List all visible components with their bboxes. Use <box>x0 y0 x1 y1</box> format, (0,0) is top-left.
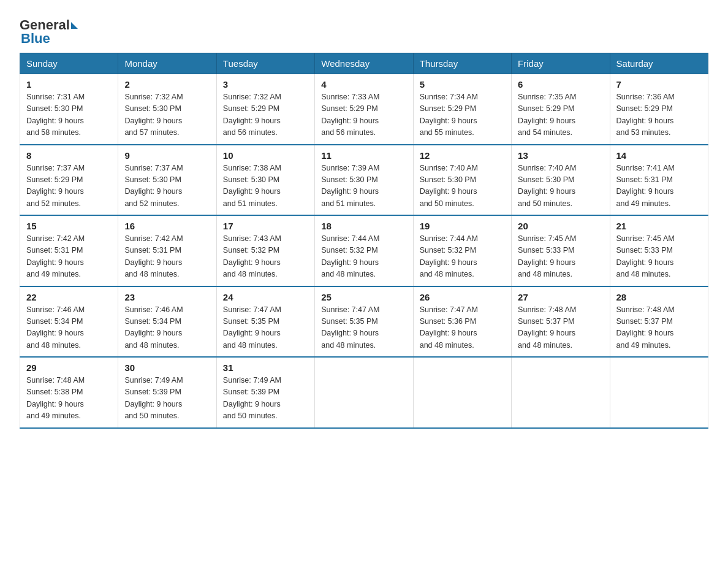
day-info: Sunrise: 7:42 AMSunset: 5:31 PMDaylight:… <box>26 234 85 278</box>
day-number: 29 <box>26 362 112 373</box>
calendar-cell: 27 Sunrise: 7:48 AMSunset: 5:37 PMDaylig… <box>512 286 610 358</box>
weekday-header-thursday: Thursday <box>413 53 511 74</box>
calendar-cell: 30 Sunrise: 7:49 AMSunset: 5:39 PMDaylig… <box>118 357 216 428</box>
day-info: Sunrise: 7:47 AMSunset: 5:35 PMDaylight:… <box>321 305 379 350</box>
day-number: 26 <box>420 292 505 302</box>
calendar-cell: 26 Sunrise: 7:47 AMSunset: 5:36 PMDaylig… <box>413 286 511 358</box>
day-info: Sunrise: 7:34 AMSunset: 5:29 PMDaylight:… <box>420 93 478 137</box>
weekday-header-row: SundayMondayTuesdayWednesdayThursdayFrid… <box>20 53 708 74</box>
day-info: Sunrise: 7:38 AMSunset: 5:30 PMDaylight:… <box>223 164 281 208</box>
day-number: 17 <box>223 221 308 231</box>
calendar-week-1: 1 Sunrise: 7:31 AMSunset: 5:30 PMDayligh… <box>20 74 708 145</box>
logo: General Blue <box>20 15 79 47</box>
day-info: Sunrise: 7:32 AMSunset: 5:29 PMDaylight:… <box>223 93 281 137</box>
day-number: 15 <box>26 221 112 231</box>
calendar-week-2: 8 Sunrise: 7:37 AMSunset: 5:29 PMDayligh… <box>20 145 708 216</box>
day-number: 21 <box>616 221 702 231</box>
calendar-cell: 4 Sunrise: 7:33 AMSunset: 5:29 PMDayligh… <box>315 74 413 145</box>
calendar-cell: 18 Sunrise: 7:44 AMSunset: 5:32 PMDaylig… <box>315 215 413 286</box>
calendar-cell: 31 Sunrise: 7:49 AMSunset: 5:39 PMDaylig… <box>216 357 314 428</box>
day-info: Sunrise: 7:35 AMSunset: 5:29 PMDaylight:… <box>518 93 576 137</box>
calendar-cell: 11 Sunrise: 7:39 AMSunset: 5:30 PMDaylig… <box>315 145 413 216</box>
calendar-cell: 21 Sunrise: 7:45 AMSunset: 5:33 PMDaylig… <box>610 215 708 286</box>
day-number: 7 <box>616 79 702 90</box>
calendar-cell: 14 Sunrise: 7:41 AMSunset: 5:31 PMDaylig… <box>610 145 708 216</box>
calendar-cell <box>413 357 511 428</box>
day-info: Sunrise: 7:42 AMSunset: 5:31 PMDaylight:… <box>124 234 183 278</box>
day-number: 25 <box>321 292 406 302</box>
day-info: Sunrise: 7:47 AMSunset: 5:36 PMDaylight:… <box>420 305 478 350</box>
calendar-cell: 16 Sunrise: 7:42 AMSunset: 5:31 PMDaylig… <box>118 215 216 286</box>
day-info: Sunrise: 7:41 AMSunset: 5:31 PMDaylight:… <box>616 164 675 208</box>
day-info: Sunrise: 7:45 AMSunset: 5:33 PMDaylight:… <box>518 234 576 278</box>
day-info: Sunrise: 7:48 AMSunset: 5:37 PMDaylight:… <box>518 305 576 350</box>
calendar-cell: 29 Sunrise: 7:48 AMSunset: 5:38 PMDaylig… <box>20 357 118 428</box>
calendar-cell: 6 Sunrise: 7:35 AMSunset: 5:29 PMDayligh… <box>512 74 610 145</box>
day-info: Sunrise: 7:37 AMSunset: 5:29 PMDaylight:… <box>26 164 85 208</box>
calendar-cell: 19 Sunrise: 7:44 AMSunset: 5:32 PMDaylig… <box>413 215 511 286</box>
day-number: 6 <box>518 79 603 90</box>
calendar-cell: 23 Sunrise: 7:46 AMSunset: 5:34 PMDaylig… <box>118 286 216 358</box>
weekday-header-sunday: Sunday <box>20 53 118 74</box>
day-info: Sunrise: 7:49 AMSunset: 5:39 PMDaylight:… <box>124 376 183 420</box>
day-info: Sunrise: 7:31 AMSunset: 5:30 PMDaylight:… <box>26 93 85 137</box>
day-info: Sunrise: 7:44 AMSunset: 5:32 PMDaylight:… <box>321 234 379 278</box>
calendar-cell: 10 Sunrise: 7:38 AMSunset: 5:30 PMDaylig… <box>216 145 314 216</box>
day-number: 10 <box>223 150 308 161</box>
weekday-header-tuesday: Tuesday <box>216 53 314 74</box>
day-number: 27 <box>518 292 603 302</box>
day-info: Sunrise: 7:40 AMSunset: 5:30 PMDaylight:… <box>420 164 478 208</box>
day-info: Sunrise: 7:43 AMSunset: 5:32 PMDaylight:… <box>223 234 281 278</box>
calendar-cell: 20 Sunrise: 7:45 AMSunset: 5:33 PMDaylig… <box>512 215 610 286</box>
calendar-cell: 5 Sunrise: 7:34 AMSunset: 5:29 PMDayligh… <box>413 74 511 145</box>
calendar-cell: 13 Sunrise: 7:40 AMSunset: 5:30 PMDaylig… <box>512 145 610 216</box>
calendar-table: SundayMondayTuesdayWednesdayThursdayFrid… <box>20 53 708 429</box>
day-info: Sunrise: 7:44 AMSunset: 5:32 PMDaylight:… <box>420 234 478 278</box>
calendar-cell: 7 Sunrise: 7:36 AMSunset: 5:29 PMDayligh… <box>610 74 708 145</box>
day-info: Sunrise: 7:46 AMSunset: 5:34 PMDaylight:… <box>124 305 183 350</box>
calendar-cell: 3 Sunrise: 7:32 AMSunset: 5:29 PMDayligh… <box>216 74 314 145</box>
day-info: Sunrise: 7:32 AMSunset: 5:30 PMDaylight:… <box>124 93 183 137</box>
day-number: 23 <box>124 292 210 302</box>
calendar-cell: 22 Sunrise: 7:46 AMSunset: 5:34 PMDaylig… <box>20 286 118 358</box>
weekday-header-monday: Monday <box>118 53 216 74</box>
weekday-header-friday: Friday <box>512 53 610 74</box>
logo-blue-text: Blue <box>20 31 50 47</box>
calendar-cell: 15 Sunrise: 7:42 AMSunset: 5:31 PMDaylig… <box>20 215 118 286</box>
day-number: 30 <box>124 362 210 373</box>
day-info: Sunrise: 7:40 AMSunset: 5:30 PMDaylight:… <box>518 164 576 208</box>
day-number: 8 <box>26 150 112 161</box>
day-info: Sunrise: 7:45 AMSunset: 5:33 PMDaylight:… <box>616 234 675 278</box>
calendar-cell: 9 Sunrise: 7:37 AMSunset: 5:30 PMDayligh… <box>118 145 216 216</box>
day-info: Sunrise: 7:39 AMSunset: 5:30 PMDaylight:… <box>321 164 379 208</box>
day-number: 28 <box>616 292 702 302</box>
calendar-cell: 2 Sunrise: 7:32 AMSunset: 5:30 PMDayligh… <box>118 74 216 145</box>
calendar-cell: 12 Sunrise: 7:40 AMSunset: 5:30 PMDaylig… <box>413 145 511 216</box>
calendar-cell: 8 Sunrise: 7:37 AMSunset: 5:29 PMDayligh… <box>20 145 118 216</box>
day-number: 20 <box>518 221 603 231</box>
day-number: 16 <box>124 221 210 231</box>
day-info: Sunrise: 7:46 AMSunset: 5:34 PMDaylight:… <box>26 305 85 350</box>
calendar-cell <box>512 357 610 428</box>
day-number: 31 <box>223 362 308 373</box>
day-number: 2 <box>124 79 210 90</box>
day-info: Sunrise: 7:49 AMSunset: 5:39 PMDaylight:… <box>223 376 281 420</box>
page-header: General Blue <box>20 15 708 47</box>
day-number: 12 <box>420 150 505 161</box>
day-number: 14 <box>616 150 702 161</box>
calendar-cell: 25 Sunrise: 7:47 AMSunset: 5:35 PMDaylig… <box>315 286 413 358</box>
day-number: 11 <box>321 150 406 161</box>
day-info: Sunrise: 7:37 AMSunset: 5:30 PMDaylight:… <box>124 164 183 208</box>
day-number: 9 <box>124 150 210 161</box>
calendar-cell <box>610 357 708 428</box>
logo-arrow-icon <box>71 22 78 29</box>
calendar-cell: 28 Sunrise: 7:48 AMSunset: 5:37 PMDaylig… <box>610 286 708 358</box>
day-number: 22 <box>26 292 112 302</box>
day-number: 24 <box>223 292 308 302</box>
day-number: 1 <box>26 79 112 90</box>
calendar-cell: 17 Sunrise: 7:43 AMSunset: 5:32 PMDaylig… <box>216 215 314 286</box>
calendar-cell: 1 Sunrise: 7:31 AMSunset: 5:30 PMDayligh… <box>20 74 118 145</box>
day-number: 4 <box>321 79 406 90</box>
day-info: Sunrise: 7:48 AMSunset: 5:38 PMDaylight:… <box>26 376 85 420</box>
day-number: 3 <box>223 79 308 90</box>
